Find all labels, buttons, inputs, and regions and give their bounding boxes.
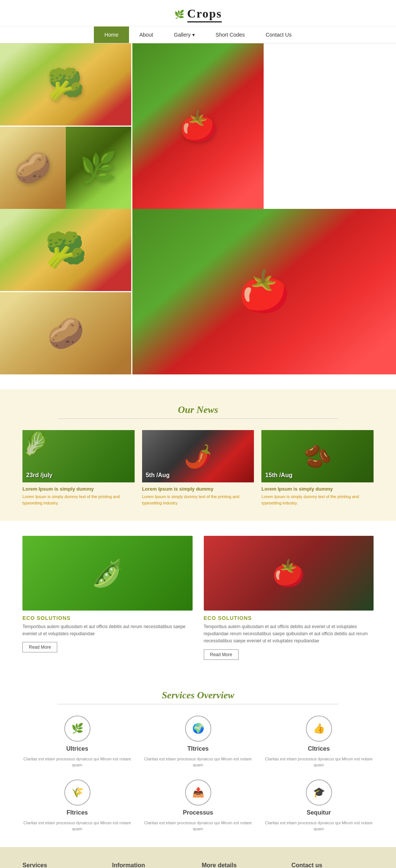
hero-veg-icon-2: 🍅 xyxy=(179,109,217,144)
chevron-down-icon: ▾ xyxy=(192,32,195,38)
logo-text: Crops xyxy=(187,7,222,22)
service-icon-1: 🌿 xyxy=(64,716,90,742)
service-desc-2: Claritas est etiam processus dynaicus qu… xyxy=(143,756,253,768)
eco-block-2: 🍅 ECO SOLUTIONS Temporibus autem quibusd… xyxy=(204,536,374,660)
eco-text-2: Temporibus autem quibusdam et aut offici… xyxy=(204,623,374,645)
news-title: Our News xyxy=(22,404,374,416)
service-desc-1: Claritas est etiam processus dynaicus qu… xyxy=(22,756,132,768)
hero-veg-icon-1: 🥦 xyxy=(47,67,85,102)
eco-block-1: 🫛 ECO SOLUTIONS Temporibus autem quibusd… xyxy=(22,536,193,652)
site-footer: Services Rerum hic tenetur Molestiae non… xyxy=(0,847,396,868)
news-icon-3: 🫘 xyxy=(304,443,332,470)
footer-more-title: More details xyxy=(202,862,284,868)
eco-veg-icon-2: 🍅 xyxy=(272,558,305,589)
eco-veg-icon-1: 🫛 xyxy=(91,558,124,589)
news-card-2: 🌶️ 5th /Aug Lorem Ipsum is simply dummy … xyxy=(142,430,254,506)
hero-veg-icon-4: 🌿 xyxy=(80,150,117,185)
logo: 🌿 Crops xyxy=(174,7,222,22)
hero-cell-potatoes: 🥔 xyxy=(0,292,131,374)
eco-section: 🫛 ECO SOLUTIONS Temporibus autem quibusd… xyxy=(0,521,396,675)
eco-title-2: ECO SOLUTIONS xyxy=(204,615,374,621)
service-item-processus: 📤 Processus Claritas est etiam processus… xyxy=(143,779,253,832)
logo-icon: 🌿 xyxy=(174,10,184,19)
veg1-icon: 🥦 xyxy=(45,231,87,270)
service-icon-5: 📤 xyxy=(185,779,211,806)
services-divider xyxy=(58,704,338,704)
service-item-titrices: 🌍 TItrices Claritas est etiam processus … xyxy=(143,716,253,768)
eco-title-1: ECO SOLUTIONS xyxy=(22,615,193,621)
site-header: 🌿 Crops Home About Gallery ▾ Short Codes… xyxy=(0,0,396,43)
service-item-ultrices: 🌿 Ultrices Claritas est etiam processus … xyxy=(22,716,132,768)
news-card-title-3: Lorem Ipsum is simply dummy xyxy=(261,486,374,492)
footer-info-title: Information xyxy=(112,862,194,868)
footer-col-services: Services Rerum hic tenetur Molestiae non… xyxy=(22,862,105,868)
eco-grid: 🫛 ECO SOLUTIONS Temporibus autem quibusd… xyxy=(22,536,374,660)
service-desc-4: Claritas est etiam processus dynaicus qu… xyxy=(22,820,132,832)
veg2-icon: 🍅 xyxy=(239,268,290,316)
services-grid: 🌿 Ultrices Claritas est etiam processus … xyxy=(22,716,374,832)
service-name-6: Sequitur xyxy=(307,809,331,816)
service-item-fitrices: 🌾 FItrices Claritas est etiam processus … xyxy=(22,779,132,832)
hero-veg-icon-3: 🥔 xyxy=(14,150,52,185)
service-icon-4: 🌾 xyxy=(64,779,90,806)
service-name-3: CItrices xyxy=(308,745,330,752)
news-section: Our News 🥬 23rd /july Lorem Ipsum is sim… xyxy=(0,389,396,521)
news-divider xyxy=(58,418,338,419)
nav-home[interactable]: Home xyxy=(94,27,129,43)
nav-short-codes[interactable]: Short Codes xyxy=(205,27,255,43)
hero-cell-2: 🍅 xyxy=(132,43,264,209)
nav-gallery[interactable]: Gallery ▾ xyxy=(163,27,205,43)
read-more-btn-1[interactable]: Read More xyxy=(22,642,57,652)
service-icon-6: 🎓 xyxy=(306,779,332,806)
news-date-1: 23rd /july xyxy=(26,472,52,479)
service-item-sequitur: 🎓 Sequitur Claritas est etiam processus … xyxy=(264,779,374,832)
news-card-text-2: Lorem Ipsum is simply dummy text of the … xyxy=(142,494,254,506)
footer-col-more: More details About us Privacy Policy Ter… xyxy=(202,862,284,868)
hero-cell-tomatoes: 🍅 xyxy=(132,209,396,374)
hero-cell-3: 🥔 🌿 🥕 xyxy=(0,127,131,209)
nav-contact-us[interactable]: Contact Us xyxy=(255,27,302,43)
footer-contact-title: Contact us xyxy=(291,862,374,868)
news-card-text-3: Lorem Ipsum is simply dummy text of the … xyxy=(261,494,374,506)
services-section: Services Overview 🌿 Ultrices Claritas es… xyxy=(0,675,396,847)
services-title: Services Overview xyxy=(22,690,374,701)
service-desc-5: Claritas est etiam processus dynaicus qu… xyxy=(143,820,253,832)
hero-cell-1: 🥦 xyxy=(0,43,131,126)
news-card-text-1: Lorem Ipsum is simply dummy text of the … xyxy=(22,494,135,506)
news-icon-2: 🌶️ xyxy=(184,443,212,470)
service-desc-3: Claritas est etiam processus dynaicus qu… xyxy=(264,756,374,768)
footer-services-title: Services xyxy=(22,862,105,868)
nav-about[interactable]: About xyxy=(129,27,164,43)
eco-text-1: Temporibus autem quibusdam et aut offici… xyxy=(22,623,193,637)
news-img-3: 🫘 15th /Aug xyxy=(261,430,374,482)
news-card-3: 🫘 15th /Aug Lorem Ipsum is simply dummy … xyxy=(261,430,374,506)
news-card-title-1: Lorem Ipsum is simply dummy xyxy=(22,486,135,492)
service-icon-2: 🌍 xyxy=(185,716,211,742)
news-img-1: 🥬 23rd /july xyxy=(22,430,135,482)
main-navigation: Home About Gallery ▾ Short Codes Contact… xyxy=(0,27,396,43)
news-grid: 🥬 23rd /july Lorem Ipsum is simply dummy… xyxy=(22,430,374,506)
veg3-icon: 🥔 xyxy=(47,316,85,351)
service-desc-6: Claritas est etiam processus dynaicus qu… xyxy=(264,820,374,832)
eco-img-2: 🍅 xyxy=(204,536,374,611)
footer-col-contact: Contact us 📍 Newyork 68# Road, 756 gt gl… xyxy=(291,862,374,868)
hero-grid-section: 🥦 🍅 🥔 xyxy=(0,209,396,374)
news-icon-1: 🥬 xyxy=(22,431,50,456)
service-name-1: Ultrices xyxy=(66,745,88,752)
nav-gallery-label: Gallery xyxy=(174,32,190,38)
hero-section: 🥦 🍅 🥔 🌿 🥕 xyxy=(0,43,396,209)
news-date-3: 15th /Aug xyxy=(265,472,292,479)
news-date-2: 5th /Aug xyxy=(146,472,170,479)
service-item-citrices: 👍 CItrices Claritas est etiam processus … xyxy=(264,716,374,768)
news-card-1: 🥬 23rd /july Lorem Ipsum is simply dummy… xyxy=(22,430,135,506)
footer-col-information: Information Quibusdam et aut Testimonial… xyxy=(112,862,194,868)
service-icon-3: 👍 xyxy=(306,716,332,742)
news-card-title-2: Lorem Ipsum is simply dummy xyxy=(142,486,254,492)
service-name-4: FItrices xyxy=(67,809,88,816)
hero-cell-veggies: 🥦 xyxy=(0,209,131,291)
read-more-btn-2[interactable]: Read More xyxy=(204,649,239,660)
eco-img-1: 🫛 xyxy=(22,536,193,611)
news-img-2: 🌶️ 5th /Aug xyxy=(142,430,254,482)
service-name-5: Processus xyxy=(183,809,213,816)
footer-grid: Services Rerum hic tenetur Molestiae non… xyxy=(22,862,374,868)
